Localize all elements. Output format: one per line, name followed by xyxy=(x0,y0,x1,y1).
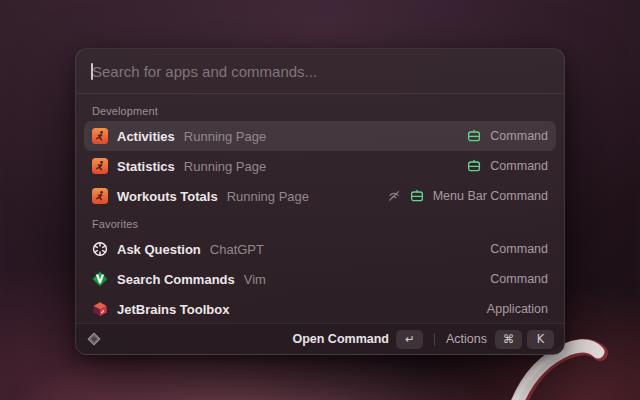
item-type: Command xyxy=(490,272,548,286)
item-subtitle: Running Page xyxy=(184,159,266,174)
cmd-key-badge: ⌘ xyxy=(495,330,522,349)
text-caret xyxy=(91,63,93,80)
menubar-inactive-icon xyxy=(387,189,401,203)
open-command-label: Open Command xyxy=(292,332,389,346)
running-page-icon xyxy=(92,158,108,174)
running-page-icon xyxy=(92,128,108,144)
item-subtitle: ChatGPT xyxy=(210,242,264,257)
chatgpt-logo-icon xyxy=(92,241,108,257)
item-title: Search Commands xyxy=(117,272,235,287)
open-command-button[interactable]: Open Command ↵ xyxy=(292,330,423,349)
item-title: Workouts Totals xyxy=(117,189,218,204)
item-type: Command xyxy=(490,242,548,256)
search-input[interactable] xyxy=(92,63,548,80)
item-type: Menu Bar Command xyxy=(433,189,548,203)
list-item-ask-question[interactable]: Ask Question ChatGPT Command xyxy=(84,234,556,264)
item-title: Statistics xyxy=(117,159,175,174)
list-item-jetbrains-toolbox[interactable]: JetBrains Toolbox Application xyxy=(84,294,556,323)
raycast-logo-icon xyxy=(86,331,102,347)
jetbrains-toolbox-logo-icon xyxy=(92,301,108,317)
command-device-icon xyxy=(410,189,424,203)
search-bar xyxy=(76,49,564,94)
list-item-activities[interactable]: Activities Running Page Command xyxy=(84,121,556,151)
section-header-favorites: Favorites xyxy=(84,211,556,234)
list-item-search-commands[interactable]: Search Commands Vim Command xyxy=(84,264,556,294)
item-subtitle: Running Page xyxy=(227,189,309,204)
vim-logo-icon xyxy=(92,271,108,287)
section-header-development: Development xyxy=(84,98,556,121)
launcher-window: Development Activities Running Page xyxy=(75,48,565,355)
item-title: Activities xyxy=(117,129,175,144)
footer-divider xyxy=(434,333,435,346)
running-page-icon xyxy=(92,188,108,204)
list-item-statistics[interactable]: Statistics Running Page Command xyxy=(84,151,556,181)
item-subtitle: Running Page xyxy=(184,129,266,144)
results-list: Development Activities Running Page xyxy=(76,94,564,323)
item-type: Application xyxy=(487,302,548,316)
footer-bar: Open Command ↵ Actions ⌘ K xyxy=(76,323,564,354)
item-type: Command xyxy=(490,129,548,143)
item-type: Command xyxy=(490,159,548,173)
command-device-icon xyxy=(467,159,481,173)
command-device-icon xyxy=(467,129,481,143)
item-title: Ask Question xyxy=(117,242,201,257)
item-title: JetBrains Toolbox xyxy=(117,302,229,317)
list-item-workouts-totals[interactable]: Workouts Totals Running Page Menu Bar Co… xyxy=(84,181,556,211)
item-subtitle: Vim xyxy=(244,272,266,287)
return-key-badge: ↵ xyxy=(396,330,423,349)
actions-button[interactable]: Actions ⌘ K xyxy=(446,330,554,349)
actions-label: Actions xyxy=(446,332,487,346)
k-key-badge: K xyxy=(527,330,554,349)
